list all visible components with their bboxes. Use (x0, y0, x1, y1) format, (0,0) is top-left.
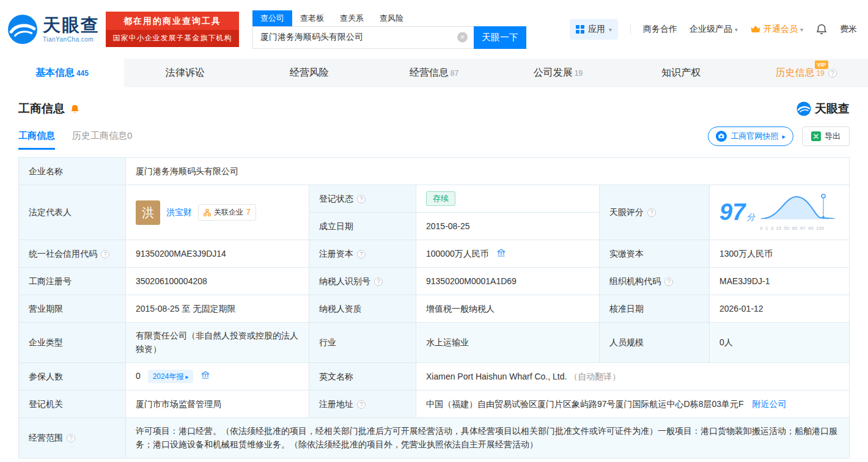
staff-size-label: 人员规模 (600, 323, 710, 363)
annual-report-tag[interactable]: 2024年报▸ (148, 370, 194, 383)
company-name-value: 厦门港务海顺码头有限公司 (126, 158, 850, 185)
taxpayer-quality-value: 增值税一般纳税人 (416, 295, 600, 323)
table-row: 企业类型 有限责任公司（非自然人投资或控股的法人独资） 行业 水上运输业 人员规… (19, 323, 850, 363)
subtab-business-info[interactable]: 工商信息 (18, 130, 55, 150)
reg-authority-value: 厦门市市场监督管理局 (126, 390, 309, 417)
search-tab-company[interactable]: 查公司 (252, 10, 292, 26)
business-term-label: 营业期限 (19, 295, 126, 323)
help-icon[interactable]: ? (647, 208, 656, 217)
apps-menu-button[interactable]: 应用 ▾ (570, 19, 618, 40)
tab-history-info[interactable]: VIP 历史信息19 ? (744, 59, 868, 87)
arrow-right-icon: ▸ (185, 372, 188, 381)
industry-value: 水上运输业 (416, 323, 600, 363)
enterprise-products-menu[interactable]: 企业级产品 ▾ (690, 24, 738, 35)
business-term-value: 2015-08-25 至 无固定期限 (126, 295, 309, 323)
english-name-label: 英文名称 (309, 362, 416, 390)
legal-rep-name-link[interactable]: 洪宝财 (166, 205, 192, 219)
search-tabs: 查公司 查老板 查关系 查风险 (252, 10, 526, 26)
tab-label: 法律诉讼 (166, 67, 205, 79)
tab-operational-risk[interactable]: 经营风险 (248, 59, 372, 87)
taxpayer-id-value: 91350200M0001A1D69 (416, 268, 600, 295)
reg-capital-label: 注册资本? (309, 240, 416, 268)
tab-basic-info[interactable]: 基本信息445 (0, 59, 124, 87)
company-type-label: 企业类型 (19, 323, 126, 363)
search-area: 查公司 查老板 查关系 查风险 × 天眼一下 (252, 10, 526, 49)
taxpayer-quality-label: 纳税人资质 (309, 295, 416, 323)
help-icon[interactable]: ? (664, 277, 673, 286)
table-row: 营业期限 2015-08-25 至 无固定期限 纳税人资质 增值税一般纳税人 核… (19, 295, 850, 323)
tianyancha-logo[interactable]: 天眼查 TianYanCha.com (7, 14, 100, 45)
clear-search-icon[interactable]: × (457, 32, 468, 43)
search-input[interactable] (252, 26, 474, 49)
help-icon[interactable]: ? (828, 69, 837, 78)
org-code-value: MAE3J9DJ-1 (710, 268, 850, 295)
tianyancha-watermark-icon (796, 101, 811, 116)
tab-label: 知识产权 (661, 67, 701, 79)
vip-membership-link[interactable]: 开通会员 ▾ (750, 24, 803, 35)
snapshot-label: 工商官网快照 (730, 131, 778, 142)
help-icon[interactable]: ? (67, 434, 75, 442)
table-row: 统一社会信用代码? 91350200MAE3J9DJ14 注册资本? 10000… (19, 240, 850, 268)
tab-intellectual-property[interactable]: 知识产权 (620, 59, 744, 87)
table-row: 法定代表人 洪 洪宝财 (19, 185, 850, 213)
related-companies-label: 关联企业 (214, 207, 243, 218)
official-snapshot-button[interactable]: 工商官网快照 ▸ (708, 127, 793, 146)
logo-text: 天眼查 TianYanCha.com (43, 16, 100, 43)
logo-domain: TianYanCha.com (43, 36, 100, 43)
search-box: × (252, 26, 474, 49)
help-icon[interactable]: ? (357, 195, 366, 204)
user-menu[interactable]: 费米 (840, 24, 857, 35)
insured-record-icon[interactable] (200, 370, 210, 380)
subtab-row: 工商信息 历史工商信息0 工商官网快照 ▸ (0, 119, 868, 150)
reg-status-label: 登记状态? (309, 185, 416, 213)
business-cooperation-link[interactable]: 商务合作 (643, 24, 677, 35)
monitor-bell-icon[interactable] (70, 104, 80, 114)
help-icon[interactable]: ? (101, 250, 109, 258)
legal-rep-avatar[interactable]: 洪 (136, 200, 160, 225)
staff-size-value: 0人 (710, 323, 850, 363)
credit-code-value: 91350200MAE3J9DJ14 (126, 240, 309, 268)
subtab-history-label: 历史工商信息 (72, 130, 127, 141)
related-companies-tag[interactable]: 关联企业 7 (198, 204, 256, 221)
section-title: 工商信息 (18, 101, 65, 117)
credit-code-label: 统一社会信用代码? (19, 240, 126, 268)
tab-company-development[interactable]: 公司发展19 (496, 59, 620, 87)
tab-legal-proceedings[interactable]: 法律诉讼 (124, 59, 248, 87)
search-tab-boss[interactable]: 查老板 (292, 10, 332, 26)
tab-label: 历史信息 (775, 67, 814, 79)
tianyancha-logo-icon (7, 14, 38, 45)
export-label: 导出 (825, 131, 840, 142)
paid-capital-value: 1300万人民币 (710, 240, 850, 268)
subtab-history-business-info[interactable]: 历史工商信息0 (72, 130, 132, 150)
business-info-table: 企业名称 厦门港务海顺码头有限公司 法定代表人 洪 洪宝财 (18, 157, 850, 458)
notifications-bell-icon[interactable] (815, 23, 828, 35)
help-icon[interactable]: ? (374, 277, 383, 286)
nearby-companies-link[interactable]: 附近公司 (752, 399, 786, 409)
search-button[interactable]: 天眼一下 (474, 26, 526, 49)
status-badge: 存续 (426, 191, 455, 206)
section-head: 工商信息 天眼查 (0, 87, 868, 119)
help-icon[interactable]: ? (357, 250, 366, 258)
section-actions: 工商官网快照 ▸ 导出 (708, 127, 850, 150)
table-row: 经营范围? 许可项目：港口经营。（依法须经批准的项目，经相关部门批准后方可开展经… (19, 417, 850, 458)
search-tab-risk[interactable]: 查风险 (372, 10, 411, 26)
arrow-right-icon: ▸ (782, 133, 785, 141)
slogan-line2: 国家中小企业发展子基金旗下机构 (106, 30, 239, 47)
company-type-value: 有限责任公司（非自然人投资或控股的法人独资） (126, 323, 309, 363)
reg-authority-label: 登记机关 (19, 390, 126, 417)
slogan-line1: 都在用的商业查询工具 (106, 12, 239, 30)
tab-business-operations[interactable]: 经营信息87 (372, 59, 496, 87)
tyc-score-value[interactable]: 97分 0 (710, 185, 850, 240)
crown-icon (750, 25, 761, 34)
industry-label: 行业 (309, 323, 416, 363)
establish-date-label: 成立日期 (309, 213, 416, 240)
paid-capital-label: 实缴资本 (600, 240, 710, 268)
search-tab-relation[interactable]: 查关系 (332, 10, 372, 26)
tab-label: 基本信息 (35, 67, 75, 79)
auto-translate-note: （自动翻译） (569, 372, 620, 381)
logo-name: 天眼查 (43, 16, 100, 34)
capital-change-icon[interactable] (496, 248, 506, 258)
tab-count: 19 (816, 69, 824, 78)
export-button[interactable]: 导出 (802, 127, 850, 146)
help-icon[interactable]: ? (357, 400, 366, 409)
